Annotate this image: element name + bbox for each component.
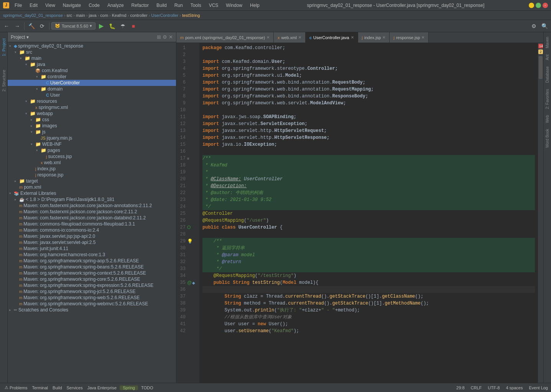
run-button[interactable]: ▶	[96, 21, 106, 31]
tree-item-java[interactable]: ▾📁java	[8, 61, 176, 68]
sync-button[interactable]: ⟳	[37, 21, 47, 31]
bulb-icon[interactable]: 💡	[187, 239, 193, 244]
breadcrumb-project[interactable]: springmvc_day02_01_response	[3, 13, 63, 18]
tree-item-response.jsp[interactable]: jresponse.jsp	[8, 172, 176, 178]
tree-item-success.jsp[interactable]: jsuccess.jsp	[8, 153, 176, 160]
right-tab-maven[interactable]: Maven	[544, 34, 551, 51]
menu-file[interactable]: File	[12, 2, 25, 9]
tree-item-m4[interactable]: mMaven: commons-fileupload:commons-fileu…	[8, 221, 176, 227]
coverage-button[interactable]: ☂	[118, 21, 128, 31]
tab-webxml-close[interactable]: ✕	[298, 35, 301, 40]
impl-method-icon[interactable]: @	[187, 280, 192, 285]
project-header-icon-close[interactable]: ✕	[169, 34, 173, 40]
tree-item-src[interactable]: ▾📁src	[8, 49, 176, 55]
search-everywhere-button[interactable]: 🔍	[539, 21, 549, 31]
right-tab-favorites[interactable]: 2: Favorites	[544, 86, 551, 112]
menu-run[interactable]: Run	[171, 2, 186, 9]
menu-edit[interactable]: Edit	[26, 2, 41, 9]
problems-tab[interactable]: ⚠ Problems	[3, 385, 29, 390]
tree-item-UserController[interactable]: CUserController	[8, 80, 176, 86]
tree-item-m12[interactable]: mMaven: org.springframework:spring-conte…	[8, 270, 176, 276]
tree-item-jquery.min.js[interactable]: JSjquery.min.js	[8, 135, 176, 141]
tree-item-User[interactable]: CUser	[8, 92, 176, 98]
tab-structure-left[interactable]: 2: Structure	[0, 67, 7, 95]
breadcrumb-controller[interactable]: controller	[130, 13, 147, 18]
project-header-icon-gear[interactable]: ⚙	[163, 34, 167, 40]
tree-item-m9[interactable]: mMaven: org.hamcrest:hamcrest-core:1.3	[8, 252, 176, 258]
menu-vcs[interactable]: VCS	[206, 2, 222, 9]
debug-button[interactable]: 🐛	[107, 21, 117, 31]
tree-item-m11[interactable]: mMaven: org.springframework:spring-beans…	[8, 264, 176, 270]
java-enterprise-tab[interactable]: Java Enterprise	[86, 385, 118, 390]
tree-item-images[interactable]: ▸📁images	[8, 123, 176, 129]
tree-item-m2[interactable]: mMaven: com.fasterxml.jackson.core:jacks…	[8, 209, 176, 215]
tree-item-com.keafmd[interactable]: 📦com.Keafmd	[8, 68, 176, 74]
menu-window[interactable]: Window	[223, 2, 245, 9]
code-content[interactable]: package com.Keafmd.controller; import co…	[199, 43, 538, 383]
tree-item-main[interactable]: ▾📁main	[8, 55, 176, 61]
right-tab-web[interactable]: Web	[544, 112, 551, 126]
tree-item-resources[interactable]: ▾📁resources	[8, 98, 176, 104]
breadcrumb-com[interactable]: com	[100, 13, 108, 18]
right-tab-ant[interactable]: Ant	[544, 51, 551, 63]
breadcrumb-keafmd[interactable]: Keafmd	[112, 13, 127, 18]
terminal-tab[interactable]: Terminal	[30, 385, 49, 390]
tree-item-m17[interactable]: mMaven: org.springframework:spring-webmv…	[8, 301, 176, 307]
menu-tools[interactable]: Tools	[188, 2, 204, 9]
tree-item-m16[interactable]: mMaven: org.springframework:spring-web:5…	[8, 295, 176, 301]
tree-item-m15[interactable]: mMaven: org.springframework:spring-jcl:5…	[8, 288, 176, 295]
tree-item-controller[interactable]: ▾📁controller	[8, 74, 176, 80]
tree-item-m7[interactable]: mMaven: javax.servlet:servlet-api:2.5	[8, 239, 176, 245]
right-tab-wordbook[interactable]: Word Book	[544, 126, 551, 151]
tree-item-root[interactable]: ▾◈springmvc_day02_01_response	[8, 43, 176, 49]
tree-item-web.xml[interactable]: xweb.xml	[8, 160, 176, 166]
menu-help[interactable]: Help	[247, 2, 263, 9]
tree-item-m6[interactable]: mMaven: javax.servlet.jsp:jsp-api:2.0	[8, 233, 176, 239]
build-button[interactable]: 🔨	[26, 21, 36, 31]
tree-item-domain[interactable]: ▾📁domain	[8, 86, 176, 92]
menu-build[interactable]: Build	[153, 2, 170, 9]
breadcrumb-usercontroller[interactable]: UserController	[151, 13, 178, 18]
code-editor[interactable]: 1234567891011121314151617≡18192021222324…	[176, 43, 543, 383]
menu-refactor[interactable]: Refactor	[128, 2, 152, 9]
tree-item-index.jsp[interactable]: jindex.jsp	[8, 166, 176, 172]
tab-pom-xml[interactable]: m pom.xml (springmvc_day02_01_response) …	[176, 32, 274, 43]
breadcrumb-src[interactable]: src	[67, 13, 72, 18]
tree-item-pom.xml[interactable]: mpom.xml	[8, 184, 176, 190]
tree-item-m10[interactable]: mMaven: org.springframework:spring-aop:5…	[8, 258, 176, 264]
stop-button[interactable]: ■	[128, 21, 138, 31]
tab-usercontroller-close[interactable]: ✕	[351, 35, 354, 40]
tab-usercontroller[interactable]: c UserController.java ✕	[306, 32, 358, 43]
menu-analyze[interactable]: Analyze	[104, 2, 127, 9]
tomcat-selector[interactable]: 🐱 Tomcat 8.5.60 ▾	[51, 22, 95, 30]
impl-class-icon[interactable]: O	[187, 225, 191, 230]
close-button[interactable]: ×	[543, 3, 548, 8]
right-tab-database[interactable]: Database	[544, 63, 551, 86]
tree-item-jdk18[interactable]: ▸☕< 1.8 > D:\Program Files\Java\jdk1.8.0…	[8, 196, 176, 203]
tab-pom-close[interactable]: ✕	[266, 35, 270, 40]
services-tab[interactable]: Services	[65, 385, 84, 390]
editor-scrollbar[interactable]: 14 2	[538, 43, 543, 383]
build-tab[interactable]: Build	[51, 385, 63, 390]
scroll-thumb[interactable]	[539, 56, 543, 79]
menu-view[interactable]: View	[42, 2, 58, 9]
breadcrumb-main[interactable]: main	[76, 13, 85, 18]
menu-navigate[interactable]: Navigate	[60, 2, 84, 9]
breadcrumb-java[interactable]: java	[89, 13, 96, 18]
tree-item-scratches[interactable]: ▸✏Scratches and Consoles	[8, 307, 176, 313]
tab-response-jsp[interactable]: j response.jsp ✕	[390, 32, 429, 43]
tree-item-m14[interactable]: mMaven: org.springframework:spring-expre…	[8, 282, 176, 288]
forward-button[interactable]: →	[12, 21, 22, 31]
tab-index-jsp[interactable]: j index.jsp ✕	[358, 32, 390, 43]
maximize-button[interactable]: □	[536, 3, 541, 8]
settings-button[interactable]: ⚙	[529, 21, 539, 31]
todo-badge[interactable]: TODO	[140, 385, 155, 390]
tree-item-WEB-INF[interactable]: ▾📁WEB-INF	[8, 141, 176, 147]
tree-item-m13[interactable]: mMaven: org.springframework:spring-core:…	[8, 276, 176, 282]
tab-responsejsp-close[interactable]: ✕	[421, 35, 424, 40]
tree-item-js[interactable]: ▾📁js	[8, 129, 176, 135]
back-button[interactable]: ←	[2, 21, 12, 31]
tree-item-m1[interactable]: mMaven: com.fasterxml.jackson.core:jacks…	[8, 203, 176, 209]
tree-item-pages[interactable]: ▾📁pages	[8, 147, 176, 153]
tree-item-webapp[interactable]: ▾📁webapp	[8, 110, 176, 117]
